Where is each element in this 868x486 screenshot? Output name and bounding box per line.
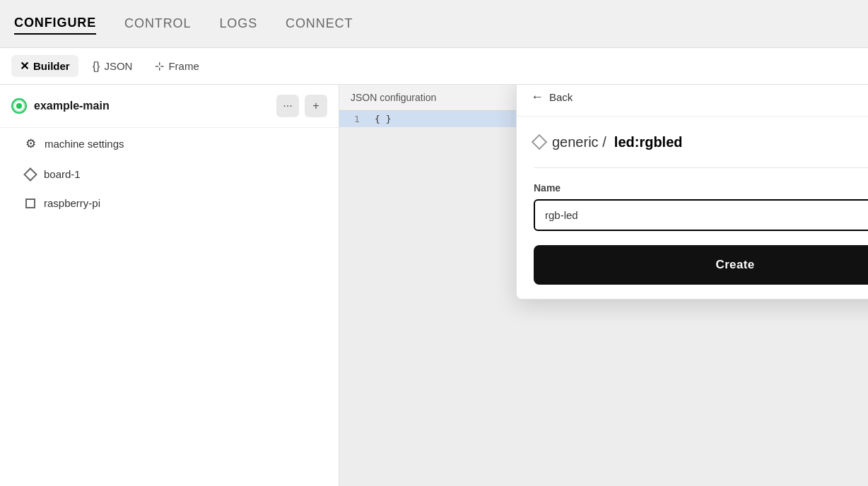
add-component-button[interactable]: + [305, 95, 327, 117]
tab-frame[interactable]: ⊹ Frame [146, 55, 207, 77]
sidebar-item-board-1[interactable]: board-1 [0, 160, 339, 189]
name-field-label: Name [534, 182, 868, 194]
add-icon: + [312, 100, 319, 112]
json-label: JSON [104, 60, 132, 72]
create-button[interactable]: Create [534, 245, 868, 285]
name-input[interactable] [534, 199, 868, 231]
board-1-label: board-1 [44, 168, 81, 180]
more-options-button[interactable]: ··· [276, 95, 299, 117]
modal-title-bold: led:rgbled [614, 134, 683, 150]
raspberry-pi-label: raspberry-pi [44, 197, 100, 209]
tab-builder[interactable]: ✕ Builder [11, 55, 78, 77]
builder-label: Builder [33, 60, 70, 72]
modal-title: generic / led:rgbled [552, 134, 868, 150]
name-input-wrapper: 🔒 i [534, 199, 868, 231]
machine-header: example-main ··· + [0, 85, 339, 128]
component-diamond-icon [532, 134, 548, 150]
sidebar-item-raspberry-pi[interactable]: raspberry-pi [0, 189, 339, 218]
top-navigation: CONFIGURE CONTROL LOGS CONNECT [0, 0, 868, 48]
json-icon: {} [93, 60, 100, 73]
back-button[interactable]: ← Back [517, 85, 868, 117]
nav-connect[interactable]: CONNECT [286, 13, 353, 34]
frame-icon: ⊹ [155, 59, 164, 73]
machine-actions: ··· + [276, 95, 327, 117]
frame-label: Frame [168, 60, 199, 72]
create-component-modal: ← Back generic / led:rgbled [516, 85, 868, 300]
sub-navigation: ✕ Builder {} JSON ⊹ Frame [0, 48, 868, 85]
sidebar-item-machine-settings[interactable]: ⚙ machine settings [0, 128, 339, 160]
machine-name: example-main [34, 100, 269, 112]
machine-status-icon [11, 98, 27, 114]
machine-settings-label: machine settings [45, 138, 124, 150]
modal-overlay: ← Back generic / led:rgbled [339, 85, 868, 486]
square-icon [25, 198, 35, 208]
gear-icon: ⚙ [25, 136, 36, 151]
nav-logs[interactable]: LOGS [219, 13, 257, 34]
sidebar: example-main ··· + ⚙ machine settings bo… [0, 85, 339, 486]
back-arrow-icon: ← [531, 90, 544, 105]
dots-icon: ··· [283, 100, 292, 112]
builder-icon: ✕ [20, 59, 29, 73]
nav-configure[interactable]: CONFIGURE [14, 13, 96, 35]
name-field-group: Name 🔒 i [534, 182, 868, 231]
modal-title-prefix: generic / [552, 134, 606, 150]
tab-json[interactable]: {} JSON [84, 56, 141, 77]
main-layout: example-main ··· + ⚙ machine settings bo… [0, 85, 868, 486]
modal-title-row: generic / led:rgbled [534, 131, 868, 168]
right-panel: JSON configuration 1 { } ← Back [339, 85, 868, 486]
nav-control[interactable]: CONTROL [124, 13, 191, 34]
modal-body: generic / led:rgbled [517, 117, 868, 299]
diamond-icon [23, 167, 37, 182]
back-label: Back [549, 91, 573, 103]
